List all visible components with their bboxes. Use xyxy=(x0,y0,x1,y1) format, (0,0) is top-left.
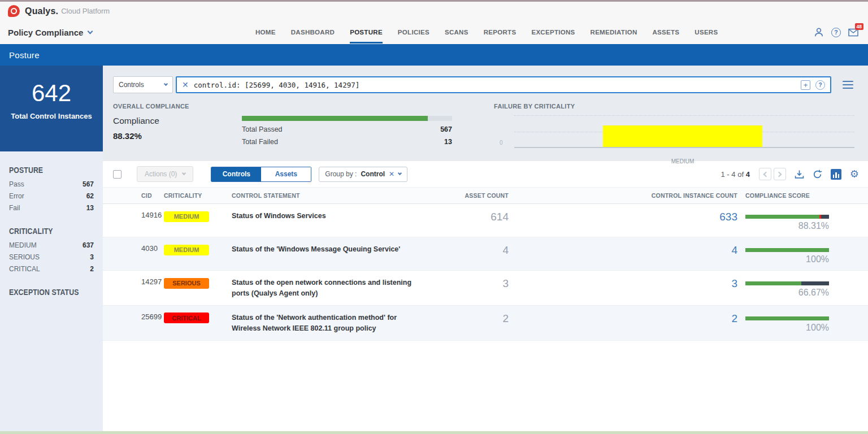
settings-gear-icon[interactable]: ⚙ xyxy=(850,169,859,179)
column-header-asset-count[interactable]: ASSET COUNT xyxy=(435,192,509,199)
menu-icon[interactable] xyxy=(843,81,853,89)
sidebar-filter-critical[interactable]: CRITICAL2 xyxy=(9,263,94,275)
column-header-control-instance-count[interactable]: CONTROL INSTANCE COUNT xyxy=(509,192,737,199)
nav-item-reports[interactable]: REPORTS xyxy=(484,21,517,44)
pagination-range: 1 - 4 of 4 xyxy=(721,170,750,179)
cell-criticality: SERIOUS xyxy=(164,277,232,289)
column-header-cid[interactable]: CID xyxy=(113,192,164,199)
filter-label: CRITICAL xyxy=(9,265,40,273)
sidebar-filter-serious[interactable]: SERIOUS3 xyxy=(9,251,94,263)
column-header-criticality[interactable]: CRITICALITY xyxy=(164,192,232,199)
nav-item-home[interactable]: HOME xyxy=(255,21,276,44)
nav-item-assets[interactable]: ASSETS xyxy=(653,21,680,44)
sidebar-section-title: CRITICALITY xyxy=(9,227,53,236)
select-all-checkbox[interactable] xyxy=(113,170,121,179)
cell-control-statement: Status of the 'Network authentication me… xyxy=(232,313,435,335)
filter-area: Controls ✕ + ? OVERALL COMPLIANCE xyxy=(103,66,868,161)
group-by-control[interactable]: Group by : Control ✕ xyxy=(319,167,407,182)
overall-compliance-title: OVERALL COMPLIANCE xyxy=(113,103,479,110)
remove-group-by-icon[interactable]: ✕ xyxy=(389,170,394,178)
nav-item-remediation[interactable]: REMEDIATION xyxy=(591,21,637,44)
table-row[interactable]: 14297SERIOUSStatus of the open network c… xyxy=(103,271,868,306)
cell-cid: 4030 xyxy=(113,244,164,253)
filter-label: MEDIUM xyxy=(9,241,37,249)
qualys-logo-icon xyxy=(8,5,20,17)
table-row[interactable]: 4030MEDIUMStatus of the 'Windows Message… xyxy=(103,237,868,271)
sidebar-section-title: EXCEPTION STATUS xyxy=(9,288,79,297)
nav-item-policies[interactable]: POLICIES xyxy=(398,21,429,44)
compliance-score-value: 66.67% xyxy=(745,288,829,298)
module-picker[interactable]: Policy Compliance xyxy=(8,28,92,37)
total-instances-label: Total Control Instances xyxy=(0,112,103,120)
refresh-icon[interactable] xyxy=(813,170,822,179)
overall-compliance-bar-fill xyxy=(242,116,428,121)
clear-search-icon[interactable]: ✕ xyxy=(182,81,189,89)
table-header: CID CRITICALITY CONTROL STATEMENT ASSET … xyxy=(103,187,868,204)
nav-item-dashboard[interactable]: DASHBOARD xyxy=(291,21,335,44)
search-input[interactable] xyxy=(194,81,796,89)
x-axis-category-label: MEDIUM xyxy=(603,158,763,164)
cell-compliance-score: 100% xyxy=(745,244,829,264)
search-scope-select[interactable]: Controls xyxy=(113,76,173,93)
app-window: Qualys. Cloud Platform Policy Compliance… xyxy=(0,0,868,434)
previous-page-button[interactable] xyxy=(759,168,771,180)
nav-item-scans[interactable]: SCANS xyxy=(445,21,468,44)
nav-item-users[interactable]: USERS xyxy=(695,21,718,44)
overall-compliance-section: OVERALL COMPLIANCE Compliance 88.32% xyxy=(113,103,479,158)
next-page-button[interactable] xyxy=(774,168,786,180)
sidebar-filter-fail[interactable]: Fail13 xyxy=(9,202,94,214)
notifications-icon[interactable]: 48 xyxy=(848,28,859,37)
add-filter-icon[interactable]: + xyxy=(801,80,810,90)
actions-dropdown[interactable]: Actions (0) xyxy=(137,166,193,182)
compliance-score-bar xyxy=(745,215,829,219)
nav-item-exceptions[interactable]: EXCEPTIONS xyxy=(531,21,575,44)
cell-control-statement: Status of the 'Windows Message Queuing S… xyxy=(232,244,435,255)
brand-product: Cloud Platform xyxy=(61,7,110,15)
cell-criticality: MEDIUM xyxy=(164,211,232,222)
compliance-score-bar xyxy=(745,281,829,285)
cell-control-statement: Status of Windows Services xyxy=(232,211,435,222)
table-row[interactable]: 14916MEDIUMStatus of Windows Services614… xyxy=(103,204,868,237)
gridline xyxy=(514,115,854,116)
user-icon[interactable] xyxy=(814,27,824,37)
criticality-badge: MEDIUM xyxy=(164,245,209,255)
failure-chart-title: FAILURE BY CRITICALITY xyxy=(494,103,859,110)
x-axis-baseline xyxy=(514,147,854,148)
column-header-compliance-score[interactable]: COMPLIANCE SCORE xyxy=(745,192,829,199)
view-toggle: Controls Assets xyxy=(211,167,311,182)
score-segment-pass xyxy=(745,215,819,219)
help-icon[interactable]: ? xyxy=(831,28,841,37)
download-icon[interactable] xyxy=(795,170,804,179)
main-content: Controls ✕ + ? OVERALL COMPLIANCE xyxy=(103,66,868,431)
query-help-icon[interactable]: ? xyxy=(815,80,825,90)
total-passed-row: Total Passed 567 xyxy=(242,125,452,133)
column-header-control-statement[interactable]: CONTROL STATEMENT xyxy=(232,192,435,199)
nav-item-posture[interactable]: POSTURE xyxy=(350,21,383,44)
search-scope-value: Controls xyxy=(119,81,144,89)
criticality-badge: SERIOUS xyxy=(164,278,209,289)
cell-cid: 25699 xyxy=(113,313,164,321)
sidebar-filter-medium[interactable]: MEDIUM637 xyxy=(9,239,94,251)
sidebar-filter-error[interactable]: Error62 xyxy=(9,190,94,202)
filter-label: Pass xyxy=(9,180,24,188)
chart-view-icon[interactable] xyxy=(831,169,841,180)
cell-control-instance-count: 633 xyxy=(509,211,737,223)
compliance-progress-bar xyxy=(242,116,452,121)
chevron-down-icon xyxy=(88,29,93,34)
filter-label: SERIOUS xyxy=(9,253,40,261)
filter-count: 62 xyxy=(86,192,94,200)
tab-assets[interactable]: Assets xyxy=(261,167,311,181)
cell-criticality: MEDIUM xyxy=(164,244,232,255)
failure-chart-bar[interactable] xyxy=(603,125,763,147)
header-icons: ? 48 xyxy=(814,27,859,37)
page-banner: Posture xyxy=(0,44,868,66)
tab-controls[interactable]: Controls xyxy=(211,167,261,181)
cell-asset-count: 614 xyxy=(435,211,509,223)
total-instances-card: 642 Total Control Instances xyxy=(0,66,103,151)
cell-criticality: CRITICAL xyxy=(164,313,232,324)
controls-table: 14916MEDIUMStatus of Windows Services614… xyxy=(103,204,868,341)
table-row[interactable]: 25699CRITICALStatus of the 'Network auth… xyxy=(103,306,868,341)
module-picker-label: Policy Compliance xyxy=(8,28,83,37)
main-nav: HOMEDASHBOARDPOSTUREPOLICIESSCANSREPORTS… xyxy=(255,21,718,44)
sidebar-filter-pass[interactable]: Pass567 xyxy=(9,178,94,190)
